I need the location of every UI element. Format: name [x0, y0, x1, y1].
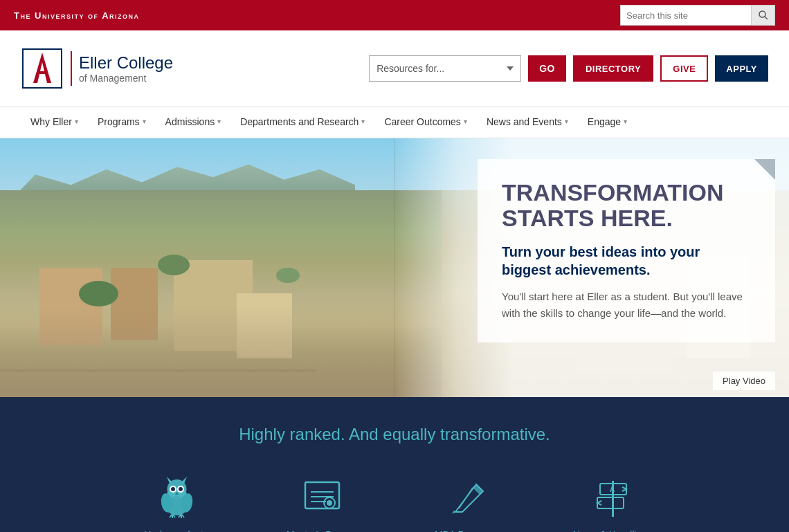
search-form	[620, 5, 775, 26]
nav-item-programs[interactable]: Programs ▾	[88, 107, 156, 138]
chevron-down-icon: ▾	[361, 118, 365, 125]
logo-area[interactable]: Eller College of Management	[21, 47, 173, 90]
svg-point-0	[759, 11, 765, 17]
pen-icon	[443, 472, 491, 520]
college-name: Eller College of Management	[79, 53, 173, 84]
chevron-down-icon: ▾	[464, 118, 467, 125]
hero-body: You'll start here at Eller as a student.…	[502, 288, 751, 322]
svg-rect-5	[22, 48, 62, 50]
svg-rect-4	[37, 71, 48, 74]
chevron-down-icon: ▾	[217, 118, 221, 125]
icon-item-mba[interactable]: MBA Programs	[415, 472, 519, 532]
news-label: News & Headlines	[573, 529, 652, 532]
icon-item-masters[interactable]: Master's Degree Programs	[270, 472, 374, 532]
svg-point-15	[171, 487, 175, 491]
search-icon	[759, 10, 768, 20]
svg-point-32	[327, 500, 332, 506]
search-button[interactable]	[752, 5, 775, 26]
apply-button[interactable]: APPLY	[715, 55, 768, 82]
svg-rect-6	[22, 87, 62, 89]
ua-logo-icon	[21, 47, 64, 90]
masters-label: Master's Degree Programs	[270, 529, 374, 532]
resources-select[interactable]: Resources for...	[369, 55, 521, 82]
header-right: Resources for... GO DIRECTORY GIVE APPLY	[369, 55, 768, 82]
icon-grid: Undergraduate Programs Master's Degree P…	[14, 472, 775, 532]
nav-item-admissions[interactable]: Admissions ▾	[156, 107, 231, 138]
svg-marker-12	[181, 477, 187, 484]
icon-item-news[interactable]: A News & Headlines	[561, 472, 664, 532]
chevron-down-icon: ▾	[565, 118, 568, 125]
svg-rect-8	[61, 48, 62, 89]
nav-item-departments[interactable]: Departments and Research ▾	[230, 107, 374, 138]
svg-rect-7	[22, 48, 24, 89]
nav-item-why-eller[interactable]: Why Eller ▾	[21, 107, 88, 138]
svg-rect-36	[597, 497, 624, 508]
svg-marker-11	[167, 477, 172, 484]
hero-headline: TRANSFORMATION STARTS HERE.	[502, 180, 751, 232]
signpost-icon: A	[588, 472, 637, 520]
nav-item-news-events[interactable]: News and Events ▾	[477, 107, 578, 138]
chevron-down-icon: ▾	[143, 118, 146, 125]
play-video-button[interactable]: Play Video	[713, 372, 775, 390]
hero-section: TRANSFORMATION STARTS HERE. Turn your be…	[0, 138, 789, 397]
header: Eller College of Management Resources fo…	[0, 30, 789, 107]
top-bar: The University of Arizona	[0, 0, 789, 30]
bottom-tagline: Highly ranked. And equally transformativ…	[14, 425, 775, 444]
nav-item-engage[interactable]: Engage ▾	[578, 107, 637, 138]
svg-line-33	[459, 488, 473, 508]
bottom-section: Highly ranked. And equally transformativ…	[0, 397, 789, 532]
undergraduate-label: Undergraduate Programs	[125, 529, 228, 532]
svg-line-1	[765, 17, 768, 19]
nav-item-career-outcomes[interactable]: Career Outcomes ▾	[374, 107, 476, 138]
svg-point-16	[179, 487, 183, 491]
give-button[interactable]: GIVE	[660, 55, 708, 82]
icon-item-undergraduate[interactable]: Undergraduate Programs	[125, 472, 228, 532]
search-input[interactable]	[620, 5, 752, 26]
owl-icon	[152, 472, 201, 520]
svg-point-20	[170, 496, 183, 513]
svg-text:A: A	[610, 486, 615, 493]
nav-bar: Why Eller ▾ Programs ▾ Admissions ▾ Depa…	[0, 107, 789, 138]
go-button[interactable]: GO	[528, 55, 566, 82]
chevron-down-icon: ▾	[75, 118, 78, 125]
chevron-down-icon: ▾	[624, 118, 627, 125]
hero-overlay: TRANSFORMATION STARTS HERE. Turn your be…	[478, 159, 775, 342]
hero-subhead: Turn your best ideas into your biggest a…	[502, 243, 751, 279]
diploma-icon	[298, 472, 346, 520]
directory-button[interactable]: DIRECTORY	[573, 55, 653, 82]
logo-divider	[71, 51, 72, 86]
mba-label: MBA Programs	[435, 529, 500, 532]
university-name: The University of Arizona	[14, 10, 140, 21]
